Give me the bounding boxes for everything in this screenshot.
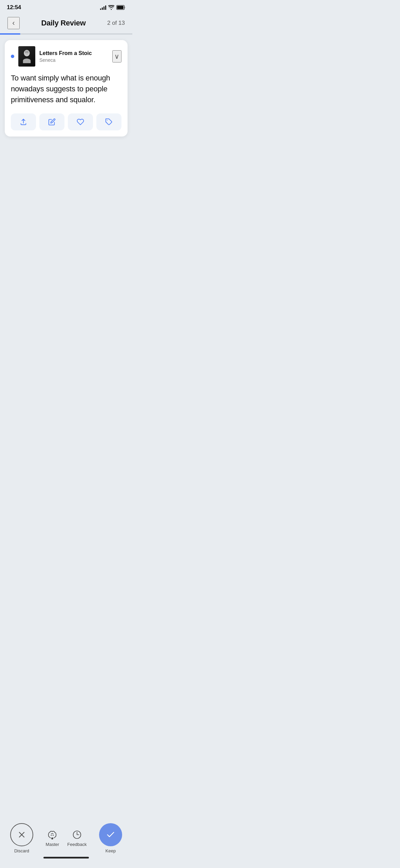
quote-text: To want simply what is enough nowadays s… <box>11 73 121 105</box>
page-title: Daily Review <box>41 19 86 28</box>
card-header-left: Letters From a Stoic Seneca <box>11 46 92 67</box>
edit-button[interactable] <box>39 113 64 130</box>
back-chevron-icon: ‹ <box>12 19 15 27</box>
svg-point-4 <box>25 51 27 53</box>
book-cover <box>18 46 35 67</box>
svg-point-5 <box>27 51 28 53</box>
expand-button[interactable]: ∨ <box>112 50 121 62</box>
highlight-card: Letters From a Stoic Seneca ∨ To want si… <box>5 40 128 137</box>
book-dot <box>11 55 14 58</box>
status-bar: 12:54 <box>0 0 132 14</box>
book-cover-image <box>21 50 33 63</box>
status-time: 12:54 <box>7 4 21 11</box>
heart-icon <box>77 118 84 126</box>
signal-icon <box>100 5 106 10</box>
action-buttons <box>11 113 121 130</box>
battery-icon <box>116 5 126 10</box>
like-button[interactable] <box>68 113 93 130</box>
tag-icon <box>105 118 113 126</box>
progress-counter: 2 of 13 <box>107 20 125 26</box>
back-button[interactable]: ‹ <box>7 17 20 29</box>
chevron-down-icon: ∨ <box>114 53 119 60</box>
share-icon <box>20 118 27 126</box>
edit-icon <box>48 118 56 126</box>
card-header: Letters From a Stoic Seneca ∨ <box>11 46 121 67</box>
book-info: Letters From a Stoic Seneca <box>39 50 92 62</box>
book-author: Seneca <box>39 57 92 63</box>
tag-button[interactable] <box>96 113 121 130</box>
book-title: Letters From a Stoic <box>39 50 92 56</box>
share-button[interactable] <box>11 113 36 130</box>
card-container: Letters From a Stoic Seneca ∨ To want si… <box>0 35 132 142</box>
wifi-icon <box>108 5 114 10</box>
svg-rect-1 <box>117 6 123 9</box>
header: ‹ Daily Review 2 of 13 <box>0 14 132 33</box>
status-icons <box>100 5 126 10</box>
